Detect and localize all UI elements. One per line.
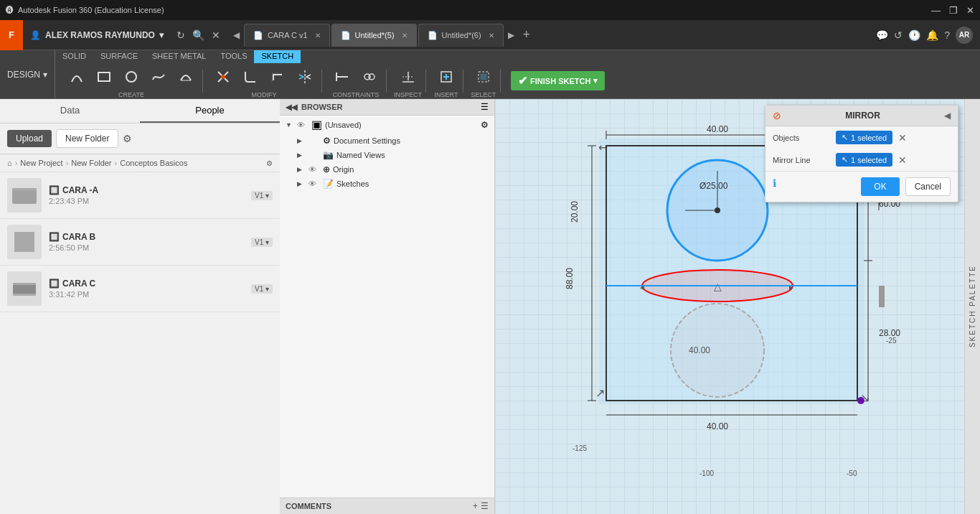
cara-a-version[interactable]: V1 ▾	[251, 191, 273, 200]
browser-sketches[interactable]: ▶ 👁 📝 Sketches	[280, 177, 494, 191]
tab-people[interactable]: People	[140, 99, 280, 123]
breadcrumb-settings-icon[interactable]: ⚙	[266, 159, 273, 167]
maximize-button[interactable]: ❐	[949, 5, 958, 16]
canvas-area[interactable]: ↗ ↗ ↗ ↗ 40.00 60.00 30.00 25	[495, 99, 980, 514]
named-views-toggle[interactable]: ▶	[297, 151, 306, 159]
browser-collapse-icon[interactable]: ◀◀	[286, 103, 297, 112]
select-cursor-icon: ↖	[842, 133, 848, 142]
svg-point-3	[221, 75, 225, 79]
upload-button[interactable]: Upload	[7, 130, 52, 147]
toolbar-tabs: SOLID SURFACE SHEET METAL TOOLS SKETCH	[55, 50, 980, 63]
create-arc2-btn[interactable]	[173, 64, 199, 90]
tabs-next-icon[interactable]: ▶	[505, 30, 517, 40]
file-item-cara-c[interactable]: 🔲 CARA C 3:31:42 PM V1 ▾	[0, 266, 280, 312]
folder-link[interactable]: New Folder	[71, 159, 111, 167]
close-icon[interactable]: ✕	[212, 29, 220, 41]
cara-b-version[interactable]: V1 ▾	[251, 238, 273, 247]
cara-b-thumbnail	[7, 225, 42, 259]
comments-add-icon[interactable]: +	[473, 501, 478, 511]
constraint1-btn[interactable]	[329, 64, 355, 90]
file-item-cara-a[interactable]: 🔲 CARA -A 2:23:43 PM V1 ▾	[0, 172, 280, 219]
tab-sketch[interactable]: SKETCH	[254, 50, 301, 63]
file-list: 🔲 CARA -A 2:23:43 PM V1 ▾	[0, 172, 280, 514]
clock-icon[interactable]: 🕐	[908, 29, 920, 41]
origin-toggle[interactable]: ▶	[297, 166, 306, 173]
settings-icon[interactable]: ⚙	[123, 133, 132, 144]
sketch-palette-tab[interactable]: SKETCH PALETTE	[964, 99, 980, 514]
project-link[interactable]: New Project	[20, 159, 62, 167]
refresh-icon[interactable]: ↻	[176, 29, 185, 41]
mirror-line-clear-icon[interactable]: ✕	[898, 154, 907, 166]
tab-surface[interactable]: SURFACE	[93, 50, 145, 63]
browser-menu-icon[interactable]: ☰	[481, 102, 489, 112]
tab-sheet-metal[interactable]: SHEET METAL	[145, 50, 213, 63]
fillet-btn[interactable]	[237, 64, 263, 90]
main-content: Data People Upload New Folder ⚙ ⌂ › New …	[0, 99, 980, 514]
history-icon[interactable]: ↺	[894, 29, 903, 41]
tab-close-icon-2[interactable]: ✕	[402, 32, 407, 39]
sketches-toggle[interactable]: ▶	[297, 180, 306, 187]
root-settings-icon[interactable]: ⚙	[481, 120, 489, 130]
sketches-eye-icon[interactable]: 👁	[308, 179, 320, 188]
origin-eye-icon[interactable]: 👁	[308, 165, 320, 174]
create-rect-btn[interactable]	[91, 64, 117, 90]
component-icon: 🔲	[49, 185, 60, 195]
browser-origin[interactable]: ▶ 👁 ⊕ Origin	[280, 162, 494, 177]
user-avatar[interactable]: AR	[956, 27, 973, 44]
cancel-button[interactable]: Cancel	[905, 177, 951, 196]
tab-close-icon-3[interactable]: ✕	[489, 32, 494, 39]
home-link[interactable]: ⌂	[7, 159, 12, 167]
tab-data[interactable]: Data	[0, 99, 140, 123]
mirror-close-icon[interactable]: ◀	[944, 111, 951, 121]
select-btn[interactable]	[471, 64, 496, 90]
inspect-btn[interactable]	[395, 64, 421, 90]
tab-untitled5[interactable]: 📄 Untitled*(5) ✕	[331, 24, 417, 47]
create-arc-btn[interactable]	[64, 64, 90, 90]
notification-icon[interactable]: 💬	[876, 29, 888, 41]
finish-sketch-button[interactable]: ✔ FINISH SKETCH ▾	[511, 71, 605, 90]
ok-button[interactable]: OK	[861, 177, 899, 196]
tab-close-icon[interactable]: ✕	[315, 32, 321, 39]
info-icon[interactable]: ℹ	[773, 177, 776, 196]
dim-20-label: 20.00	[570, 201, 580, 223]
cara-c-version[interactable]: V1 ▾	[251, 284, 273, 294]
user-menu[interactable]: 👤 ALEX RAMOS RAYMUNDO ▾	[23, 30, 171, 40]
tabs-prev-icon[interactable]: ◀	[230, 30, 242, 40]
root-toggle[interactable]: ▼	[286, 121, 294, 128]
tab-solid[interactable]: SOLID	[55, 50, 93, 63]
offset-btn[interactable]	[265, 64, 291, 90]
doc-settings-toggle[interactable]: ▶	[297, 137, 306, 144]
trim-btn[interactable]	[210, 64, 236, 90]
cara-c-name: 🔲 CARA C	[49, 279, 251, 289]
insert-btn[interactable]	[433, 64, 459, 90]
file-item-cara-b[interactable]: 🔲 CARA B 2:56:50 PM V1 ▾	[0, 219, 280, 266]
mirror-line-selected-button[interactable]: ↖ 1 selected	[836, 153, 892, 167]
mirror-btn[interactable]	[292, 64, 318, 90]
browser-doc-settings[interactable]: ▶ ⚙ Document Settings	[280, 134, 494, 148]
new-folder-button[interactable]: New Folder	[56, 129, 118, 148]
objects-clear-icon[interactable]: ✕	[898, 132, 907, 144]
tab-tools[interactable]: TOOLS	[213, 50, 254, 63]
root-eye-icon[interactable]: 👁	[297, 121, 308, 129]
comments-area: COMMENTS + ☰	[280, 497, 494, 514]
minimize-button[interactable]: —	[931, 5, 941, 16]
tab-add-icon[interactable]: +	[519, 27, 535, 42]
browser-root[interactable]: ▼ 👁 ▣ (Unsaved) ⚙	[280, 116, 494, 134]
svg-point-8	[369, 74, 374, 80]
tab-cara-c[interactable]: 📄 CARA C v1 ✕	[244, 24, 330, 47]
design-dropdown[interactable]: DESIGN ▾	[0, 50, 55, 98]
tab-label-2: Untitled*(5)	[355, 31, 395, 39]
help-icon[interactable]: ?	[944, 29, 950, 41]
svg-text:↗: ↗	[595, 387, 605, 399]
comments-menu-icon[interactable]: ☰	[481, 501, 489, 511]
tab-untitled6[interactable]: 📄 Untitled*(6) ✕	[418, 24, 504, 47]
bell-icon[interactable]: 🔔	[926, 29, 938, 41]
objects-selected-button[interactable]: ↖ 1 selected	[836, 131, 892, 144]
create-spline-btn[interactable]	[146, 64, 171, 90]
cara-a-info: 🔲 CARA -A 2:23:43 PM	[49, 185, 251, 205]
constraint2-btn[interactable]	[357, 64, 382, 90]
search-icon[interactable]: 🔍	[192, 29, 204, 41]
close-button[interactable]: ✕	[966, 5, 974, 16]
browser-named-views[interactable]: ▶ 📷 Named Views	[280, 148, 494, 162]
create-circle-btn[interactable]	[118, 64, 144, 90]
